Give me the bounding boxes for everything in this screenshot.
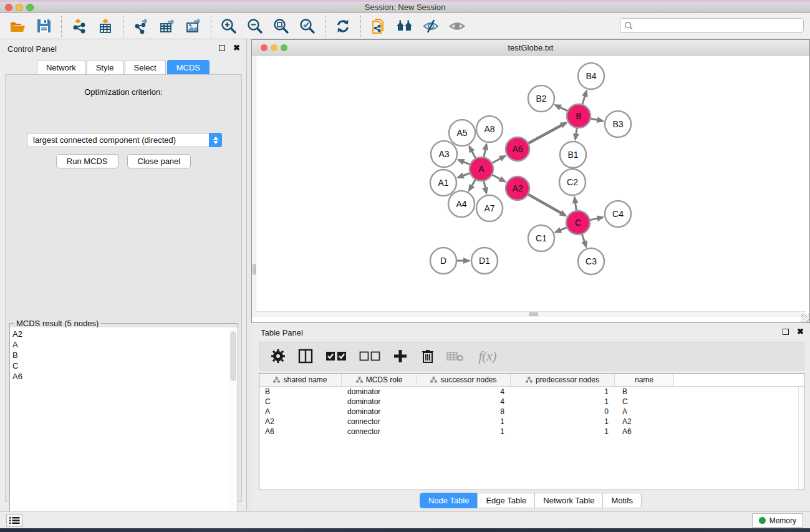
graph-edge-A-A7[interactable] <box>483 180 486 193</box>
graph-node-A3[interactable]: A3 <box>431 141 457 167</box>
table-cell[interactable]: A2 <box>259 417 342 427</box>
zoom-out-icon[interactable] <box>245 16 265 36</box>
result-item[interactable]: A6 <box>10 371 229 382</box>
table-cell[interactable]: 8 <box>417 407 511 417</box>
table-scrollbar[interactable] <box>798 387 804 490</box>
import-table-icon[interactable] <box>95 16 115 36</box>
tab-motifs[interactable]: Motifs <box>602 493 642 508</box>
graph-edge-C-C1[interactable] <box>556 227 568 233</box>
graph-node-A8[interactable]: A8 <box>476 116 503 142</box>
table-row[interactable]: A2connector11A2 <box>259 417 804 427</box>
delete-column-icon[interactable] <box>419 347 436 365</box>
graph-node-C3[interactable]: C3 <box>578 248 604 274</box>
table-cell[interactable]: 4 <box>417 387 511 397</box>
network-graph[interactable]: B4B2BB3A5A8A6A3B1AA1C2A2A4A7C4CC1C3DD1 <box>256 56 806 311</box>
graph-node-D[interactable]: D <box>430 248 456 274</box>
graph-node-B1[interactable]: B1 <box>560 142 586 168</box>
float-panel-icon[interactable] <box>219 45 225 51</box>
tab-mcds[interactable]: MCDS <box>167 60 210 75</box>
tab-edge-table[interactable]: Edge Table <box>477 493 534 508</box>
result-item[interactable]: A <box>10 339 229 350</box>
graph-node-D1[interactable]: D1 <box>471 248 498 274</box>
graph-edge-C-C3[interactable] <box>581 233 586 246</box>
table-cell[interactable]: 1 <box>511 397 615 407</box>
table-cell[interactable]: C <box>615 397 674 407</box>
zoom-fit-icon[interactable] <box>271 16 291 36</box>
table-row[interactable]: Cdominator41C <box>259 397 804 407</box>
select-all-icon[interactable] <box>324 347 348 365</box>
tab-network[interactable]: Network <box>37 60 85 75</box>
network-from-file-icon[interactable] <box>369 16 388 36</box>
export-table-icon[interactable] <box>157 16 177 36</box>
mcds-result-list[interactable]: A2ABCA6 <box>10 327 229 532</box>
graph-edge-A-A6[interactable] <box>491 156 505 164</box>
column-selector-icon[interactable] <box>297 347 314 365</box>
import-network-icon[interactable] <box>69 16 89 36</box>
export-image-icon[interactable] <box>183 16 203 36</box>
float-table-panel-icon[interactable] <box>783 329 789 335</box>
table-row[interactable]: Adominator80A <box>259 407 804 417</box>
close-panel-button[interactable]: Close panel <box>127 154 191 168</box>
refresh-layout-icon[interactable] <box>333 16 353 36</box>
graph-node-B4[interactable]: B4 <box>578 63 604 89</box>
graph-node-A[interactable]: A <box>470 157 493 181</box>
column-header-successor-nodes[interactable]: successor nodes <box>417 374 511 386</box>
column-header-name[interactable]: name <box>615 374 674 386</box>
table-cell[interactable]: A6 <box>615 427 674 437</box>
graph-node-C4[interactable]: C4 <box>605 201 631 227</box>
column-header-predecessor-nodes[interactable]: predecessor nodes <box>511 374 615 386</box>
table-cell[interactable]: connector <box>342 427 417 437</box>
export-network-icon[interactable] <box>131 16 151 36</box>
graph-edge-A-A1[interactable] <box>458 173 471 178</box>
table-cell[interactable]: A2 <box>615 417 674 427</box>
memory-button[interactable]: Memory <box>752 513 803 528</box>
result-list-scrollbar[interactable] <box>229 327 238 532</box>
table-cell[interactable]: 0 <box>511 407 615 417</box>
table-row[interactable]: Bdominator41B <box>259 387 804 397</box>
close-table-panel-icon[interactable]: ✖ <box>797 327 804 336</box>
task-history-icon[interactable] <box>6 514 23 527</box>
graph-edge-A-A5[interactable] <box>470 147 476 160</box>
table-cell[interactable]: 1 <box>417 417 511 427</box>
graph-node-C[interactable]: C <box>566 211 590 235</box>
graph-edge-A-A8[interactable] <box>483 144 486 158</box>
graph-edge-B-B2[interactable] <box>556 105 569 112</box>
graph-edge-A2-C[interactable] <box>527 193 566 215</box>
show-all-icon[interactable] <box>447 16 467 36</box>
zoom-selected-icon[interactable] <box>297 16 317 36</box>
table-cell[interactable]: A6 <box>259 427 342 437</box>
table-cell[interactable]: C <box>259 397 342 407</box>
table-cell[interactable]: 1 <box>511 387 615 397</box>
graph-node-A7[interactable]: A7 <box>476 195 503 221</box>
table-cell[interactable]: B <box>615 387 674 397</box>
save-session-icon[interactable] <box>34 16 54 36</box>
optimization-criterion-dropdown[interactable]: largest connected component (directed) <box>27 133 222 147</box>
graph-edge-A-A3[interactable] <box>458 160 471 165</box>
table-body[interactable]: Bdominator41BCdominator41CAdominator80AA… <box>259 387 804 437</box>
close-panel-icon[interactable]: ✖ <box>233 44 240 52</box>
graph-node-A5[interactable]: A5 <box>449 120 475 146</box>
network-vertical-scrollbar[interactable] <box>252 56 256 317</box>
deselect-all-icon[interactable] <box>358 347 382 365</box>
graph-edge-C-C4[interactable] <box>589 217 603 220</box>
hide-selected-icon[interactable] <box>421 16 441 36</box>
graph-node-B[interactable]: B <box>567 104 591 128</box>
graph-node-A6[interactable]: A6 <box>506 137 529 161</box>
graph-node-A1[interactable]: A1 <box>430 170 456 196</box>
graph-node-A4[interactable]: A4 <box>448 191 475 217</box>
zoom-in-icon[interactable] <box>219 16 239 36</box>
graph-edge-B-B3[interactable] <box>589 118 603 121</box>
network-window-titlebar[interactable]: testGlobe.txt <box>252 40 809 56</box>
table-cell[interactable]: 1 <box>417 427 511 437</box>
table-cell[interactable]: 4 <box>417 397 511 407</box>
first-neighbors-icon[interactable] <box>395 16 415 36</box>
table-cell[interactable]: A <box>615 407 674 417</box>
table-row[interactable]: A6connector11A6 <box>259 427 804 437</box>
tab-style[interactable]: Style <box>87 60 123 75</box>
add-column-icon[interactable] <box>392 347 409 365</box>
column-header-MCDS-role[interactable]: MCDS role <box>342 374 417 386</box>
graph-edge-A-A4[interactable] <box>469 178 476 191</box>
table-settings-icon[interactable] <box>269 347 287 365</box>
graph-node-C1[interactable]: C1 <box>528 225 554 251</box>
network-canvas[interactable]: B4B2BB3A5A8A6A3B1AA1C2A2A4A7C4CC1C3DD1 <box>256 56 806 317</box>
